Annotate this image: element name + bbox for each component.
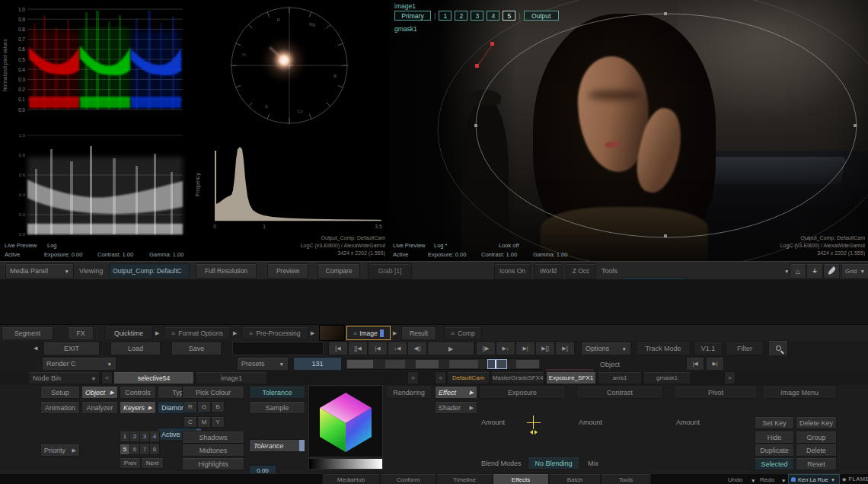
- priority-menu[interactable]: Priority▶: [41, 444, 79, 456]
- keyer-8-button[interactable]: 8: [150, 444, 159, 454]
- object-next-button[interactable]: ▶|: [707, 358, 723, 370]
- tab-comp[interactable]: ≡Comp: [445, 327, 481, 339]
- sample-button[interactable]: Sample: [250, 402, 305, 413]
- colour-cube-display[interactable]: [309, 386, 382, 457]
- tab-tools[interactable]: Tools: [602, 474, 650, 484]
- tab-fx[interactable]: FX: [69, 327, 93, 339]
- delete-key-button[interactable]: Delete Key: [796, 417, 836, 428]
- controls-menu[interactable]: Controls: [120, 387, 155, 398]
- transport-next-key-button[interactable]: ▶↓: [496, 342, 515, 355]
- scene-item-defaultcam[interactable]: DefaultCam: [448, 372, 489, 384]
- track-mode-button[interactable]: Track Mode: [637, 342, 690, 355]
- group-button[interactable]: Group: [796, 431, 836, 443]
- tab-result[interactable]: Result: [402, 327, 436, 339]
- effect-menu-active[interactable]: Effect▶: [436, 387, 477, 398]
- world-button[interactable]: World: [535, 264, 562, 278]
- eyedropper-icon[interactable]: [824, 264, 839, 278]
- bin-scroll-right[interactable]: >: [408, 372, 418, 384]
- shadows-button[interactable]: Shadows: [183, 431, 244, 443]
- transport-next-frame-button[interactable]: ▶|: [516, 342, 535, 355]
- reset-button[interactable]: Reset: [796, 458, 836, 470]
- transport-prev-section-button[interactable]: []◀: [349, 342, 367, 355]
- channel-r-button[interactable]: R: [184, 402, 196, 412]
- bin-scroll-left[interactable]: <: [102, 372, 112, 384]
- highlights-button[interactable]: Highlights: [183, 458, 244, 470]
- transport-go-start-button[interactable]: [◀: [329, 342, 347, 355]
- animation-menu[interactable]: Animation: [41, 402, 79, 413]
- bin-item-selective54[interactable]: selective54: [114, 372, 193, 384]
- scene-scroll-left[interactable]: <: [436, 372, 445, 384]
- keyer-1-button[interactable]: 1: [120, 431, 129, 441]
- scene-item-gmask1[interactable]: gmask1: [644, 372, 690, 384]
- redo-chevron-icon[interactable]: ▼: [781, 478, 786, 483]
- gmask-overlay[interactable]: [388, 0, 868, 261]
- media-panel-button[interactable]: Media Panel▼: [6, 264, 73, 278]
- load-button[interactable]: Load: [111, 342, 160, 355]
- compare-button[interactable]: Compare: [318, 264, 359, 278]
- setup-menu[interactable]: Setup: [41, 387, 79, 398]
- midtones-button[interactable]: Midtones: [183, 444, 244, 456]
- gmask-control-point[interactable]: [475, 64, 479, 68]
- tab-format-options[interactable]: ≡Format Options: [164, 327, 230, 339]
- tolerance-mode-button[interactable]: Tolerance: [250, 387, 305, 398]
- setup-name-field[interactable]: [233, 342, 323, 355]
- redo-button[interactable]: Redo: [760, 476, 774, 483]
- options-dropdown[interactable]: Options▼: [582, 342, 630, 355]
- transport-prev-key-button[interactable]: ↓◀: [388, 342, 407, 355]
- grab-button[interactable]: Grab [1]: [369, 264, 411, 278]
- channel-g-button[interactable]: G: [198, 402, 210, 412]
- keyer-3-button[interactable]: 3: [140, 431, 149, 441]
- tab-quicktime[interactable]: Quicktime: [105, 326, 152, 339]
- undo-chevron-icon[interactable]: ▼: [751, 478, 755, 483]
- keyer-2-button[interactable]: 2: [130, 431, 139, 441]
- z-occ-button[interactable]: Z Occ: [566, 264, 595, 278]
- undo-button[interactable]: Undo: [728, 476, 742, 483]
- scene-item-exposure-sfx[interactable]: Exposure_SFX1: [547, 372, 595, 384]
- preview-button[interactable]: Preview: [268, 264, 308, 278]
- scene-scroll-right[interactable]: >: [725, 372, 735, 384]
- bin-item-image1[interactable]: image1: [196, 372, 266, 384]
- next-button[interactable]: Next: [142, 458, 163, 468]
- user-menu[interactable]: Ken La Rue ▼: [789, 475, 839, 484]
- version-button[interactable]: V1.1: [694, 342, 722, 355]
- tab-conform[interactable]: Conform: [381, 474, 436, 484]
- object-menu-active[interactable]: Object▶: [82, 387, 117, 398]
- scene-item-axis1[interactable]: axis1: [598, 372, 641, 384]
- full-resolution-button[interactable]: Full Resolution: [196, 264, 256, 278]
- keyer-6-button[interactable]: 6: [130, 444, 139, 454]
- selected-toggle[interactable]: Selected: [755, 458, 793, 470]
- transport-play-reverse-button[interactable]: ◀||: [408, 342, 426, 355]
- tab-image-active[interactable]: ≡Image: [347, 326, 390, 339]
- timeline-strip[interactable]: [346, 359, 541, 369]
- current-frame-field[interactable]: 131: [294, 358, 341, 370]
- duplicate-button[interactable]: Duplicate: [755, 444, 793, 456]
- transport-go-end-button[interactable]: ▶]: [556, 342, 574, 355]
- viewer-canvas[interactable]: image1 Primary | 1 2 3 4 5 | Output gmas…: [388, 0, 868, 261]
- output-view-button[interactable]: Output: [524, 11, 559, 21]
- exit-button[interactable]: EXIT: [44, 342, 99, 355]
- shader-menu[interactable]: Shader▶: [436, 402, 477, 413]
- transport-play-button[interactable]: ▶: [428, 342, 474, 355]
- chevron-right-icon[interactable]: ▶: [233, 330, 237, 336]
- chevron-right-icon[interactable]: ▶: [393, 330, 397, 336]
- node-bin-dropdown[interactable]: Node Bin◆: [29, 372, 99, 384]
- viewing-selector[interactable]: Output_Comp: DefaultC: [110, 264, 189, 278]
- delete-button[interactable]: Delete: [796, 444, 836, 456]
- keyer-4-button[interactable]: 4: [150, 431, 159, 441]
- grid-button[interactable]: Grid▼: [842, 264, 868, 278]
- tab-timeline[interactable]: Timeline: [437, 474, 492, 484]
- presets-dropdown[interactable]: Presets▼: [238, 358, 288, 370]
- view-tab-3[interactable]: 3: [471, 11, 483, 21]
- tab-effects-active[interactable]: Effects: [493, 474, 548, 484]
- save-button[interactable]: Save: [172, 342, 221, 355]
- view-tab-5[interactable]: 5: [503, 11, 515, 21]
- primary-view-button[interactable]: Primary: [394, 11, 431, 21]
- hide-button[interactable]: Hide: [755, 431, 793, 443]
- channel-b-button[interactable]: B: [212, 402, 224, 412]
- collapse-arrow-icon[interactable]: ▶: [34, 345, 37, 352]
- gmask-control-point[interactable]: [490, 42, 494, 46]
- zoom-chevron-icon[interactable]: ▼: [784, 269, 789, 274]
- chevron-right-icon[interactable]: ▶: [311, 330, 314, 336]
- transport-prev-frame-button[interactable]: |◀: [369, 342, 387, 355]
- tab-mediahub[interactable]: MediaHub: [323, 474, 379, 484]
